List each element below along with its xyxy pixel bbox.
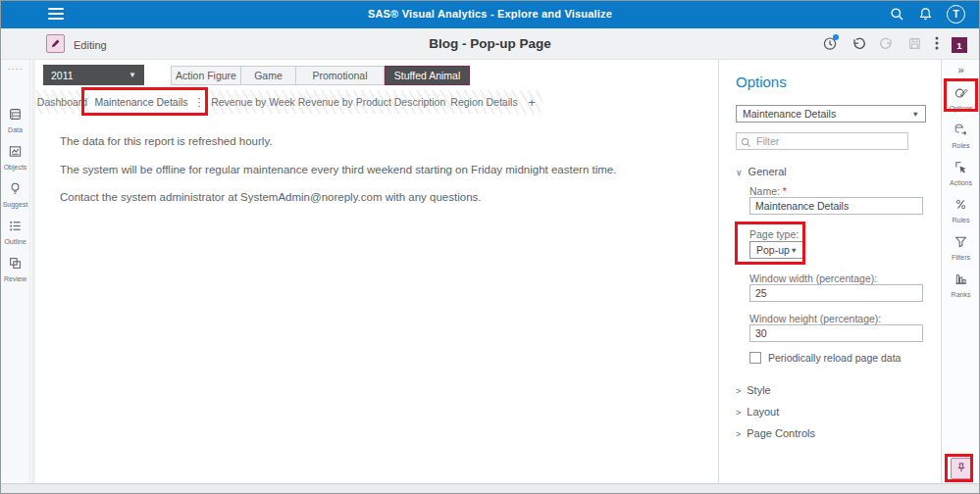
sidebar-item-label: Data bbox=[1, 126, 29, 133]
tab-region-details[interactable]: Region Details bbox=[447, 90, 521, 114]
rail-item-label: Actions bbox=[942, 179, 980, 186]
pushpin-icon bbox=[955, 460, 967, 477]
filter-funnel-icon bbox=[954, 235, 968, 252]
app-window: SAS® Visual Analytics - Explore and Visu… bbox=[0, 0, 980, 494]
page-tab-strip: Dashboard Maintenance Details ⋮ Revenue … bbox=[35, 90, 542, 114]
section-general[interactable]: ∨General bbox=[736, 166, 787, 177]
rail-item-label: Filters bbox=[942, 254, 980, 261]
pin-panel-button[interactable] bbox=[951, 458, 972, 479]
options-filter-field bbox=[736, 131, 908, 149]
sidebar-item-label: Suggest bbox=[1, 201, 29, 208]
rail-item-filters[interactable]: Filters bbox=[942, 234, 980, 261]
outline-list-icon bbox=[8, 220, 23, 236]
sidebar-item-label: Review bbox=[1, 275, 29, 282]
review-icon bbox=[8, 257, 23, 273]
checkbox-unchecked-icon[interactable] bbox=[749, 352, 761, 364]
section-style[interactable]: >Style bbox=[736, 384, 771, 396]
category-button-game[interactable]: Game bbox=[241, 66, 296, 85]
section-label: General bbox=[748, 166, 787, 177]
sidebar-item-data[interactable]: Data bbox=[1, 107, 29, 133]
sidebar-item-label: Outline bbox=[1, 238, 29, 245]
paragraph: The data for this report is refreshed ho… bbox=[60, 136, 689, 148]
search-icon[interactable] bbox=[890, 7, 904, 22]
section-page-controls[interactable]: >Page Controls bbox=[736, 427, 815, 439]
category-button-promotional[interactable]: Promotional bbox=[296, 66, 385, 85]
undo-icon[interactable] bbox=[851, 35, 866, 55]
name-input[interactable] bbox=[749, 197, 923, 215]
window-bottom-edge bbox=[1, 483, 979, 494]
roles-icon bbox=[954, 124, 968, 140]
page-text-content: The data for this report is refreshed ho… bbox=[60, 136, 689, 221]
rail-item-actions[interactable]: Actions bbox=[942, 160, 980, 186]
add-page-button[interactable]: + bbox=[521, 90, 542, 114]
rail-item-rules[interactable]: Rules bbox=[942, 197, 980, 223]
notification-dot bbox=[833, 34, 839, 40]
ranks-bar-chart-icon bbox=[954, 272, 968, 289]
section-label: Page Controls bbox=[747, 427, 815, 439]
section-label: Layout bbox=[747, 406, 779, 418]
chevron-collapsed-icon: > bbox=[736, 386, 741, 396]
chevron-down-icon: ▼ bbox=[912, 110, 919, 119]
user-avatar[interactable]: T bbox=[947, 5, 965, 24]
window-height-label: Window height (percentage): bbox=[749, 313, 881, 324]
category-button-stuffed-animal[interactable]: Stuffed Animal bbox=[385, 66, 470, 85]
chevron-collapsed-icon: > bbox=[736, 429, 741, 439]
application-bar: SAS® Visual Analytics - Explore and Visu… bbox=[1, 1, 979, 28]
data-icon bbox=[8, 108, 23, 124]
rules-icon bbox=[954, 198, 968, 215]
section-layout[interactable]: >Layout bbox=[736, 406, 779, 418]
reload-page-data-checkbox-row[interactable]: Periodically reload page data bbox=[749, 352, 901, 364]
year-dropdown[interactable]: 2011 ▼ bbox=[43, 65, 144, 85]
sidebar-item-outline[interactable]: Outline bbox=[1, 219, 29, 245]
options-panel: Options Maintenance Details ▼ ∨General N… bbox=[718, 60, 941, 483]
checkbox-label: Periodically reload page data bbox=[768, 352, 901, 364]
paragraph: The system will be offline for regular m… bbox=[60, 165, 689, 176]
chevron-collapsed-icon: > bbox=[736, 408, 741, 418]
search-icon bbox=[741, 134, 751, 152]
notifications-bell-icon[interactable] bbox=[918, 7, 933, 22]
section-label: Style bbox=[747, 384, 770, 396]
category-button-group: Action Figure Game Promotional Stuffed A… bbox=[171, 66, 470, 85]
collapse-panel-chevrons-icon[interactable]: » bbox=[942, 64, 980, 75]
right-sidebar: » Options Roles Actions Rules Filters Ra… bbox=[941, 60, 980, 483]
rail-item-label: Roles bbox=[942, 142, 980, 149]
window-width-input[interactable] bbox=[749, 284, 923, 302]
rail-item-label: Options bbox=[942, 105, 980, 112]
filter-input[interactable] bbox=[736, 132, 908, 150]
lightbulb-icon bbox=[8, 182, 23, 199]
sidebar-item-label: Objects bbox=[1, 164, 29, 171]
rail-item-ranks[interactable]: Ranks bbox=[942, 272, 980, 298]
sidebar-item-objects[interactable]: Objects bbox=[1, 144, 29, 171]
actions-cursor-icon bbox=[954, 161, 968, 177]
redo-icon[interactable] bbox=[879, 35, 895, 55]
tab-revenue-by-week[interactable]: Revenue by Week bbox=[210, 90, 296, 114]
tab-menu-kebab-icon[interactable]: ⋮ bbox=[194, 96, 205, 109]
save-icon[interactable] bbox=[907, 36, 922, 55]
sidebar-item-review[interactable]: Review bbox=[1, 256, 29, 282]
required-asterisk: * bbox=[783, 185, 787, 197]
window-height-input[interactable] bbox=[749, 324, 923, 342]
page-type-dropdown[interactable]: Pop-up ▼ bbox=[749, 241, 804, 259]
tab-label: Maintenance Details bbox=[94, 96, 187, 108]
sidebar-item-suggest[interactable]: Suggest bbox=[1, 181, 29, 208]
more-options-kebab-icon[interactable] bbox=[935, 35, 939, 55]
tab-revenue-by-product-description[interactable]: Revenue by Product Description bbox=[296, 90, 447, 114]
object-selector-value: Maintenance Details bbox=[743, 108, 836, 120]
page-type-label: Page type: bbox=[749, 228, 799, 240]
page-type-value: Pop-up bbox=[756, 244, 790, 256]
application-title: SAS® Visual Analytics - Explore and Visu… bbox=[1, 8, 979, 20]
rail-item-roles[interactable]: Roles bbox=[942, 123, 980, 149]
chevron-down-icon: ▼ bbox=[129, 71, 136, 79]
left-rail-overflow-icon[interactable]: ···· bbox=[1, 64, 29, 74]
category-button-action-figure[interactable]: Action Figure bbox=[171, 66, 241, 85]
options-gear-pencil-icon bbox=[954, 86, 968, 103]
tab-maintenance-details[interactable]: Maintenance Details ⋮ bbox=[89, 90, 210, 114]
history-refresh-icon[interactable] bbox=[822, 35, 838, 55]
object-selector-dropdown[interactable]: Maintenance Details ▼ bbox=[736, 105, 926, 123]
objects-icon bbox=[8, 145, 23, 162]
changes-count-badge[interactable]: 1 bbox=[952, 37, 967, 53]
tab-dashboard[interactable]: Dashboard bbox=[35, 90, 89, 114]
label-text: Name: bbox=[749, 185, 780, 197]
rail-item-options[interactable]: Options bbox=[942, 85, 980, 112]
chevron-down-icon: ▼ bbox=[791, 246, 798, 255]
